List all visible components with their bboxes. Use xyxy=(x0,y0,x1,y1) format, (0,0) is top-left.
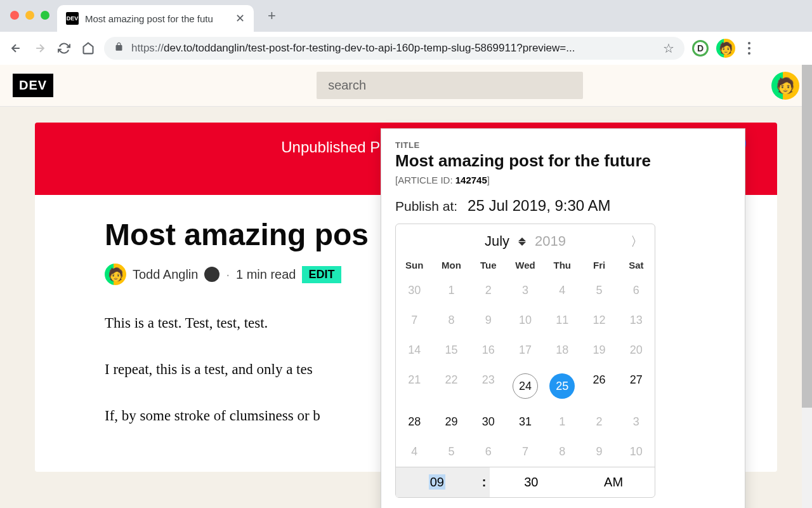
calendar-day[interactable]: 27 xyxy=(618,365,655,407)
browser-toolbar: https://dev.to/toddanglin/test-post-for-… xyxy=(0,32,812,65)
lock-icon xyxy=(114,42,124,55)
maximize-window-button[interactable] xyxy=(41,11,49,20)
minute-input[interactable]: 30 xyxy=(490,467,572,497)
calendar-day[interactable]: 7 xyxy=(507,437,544,467)
scrollbar[interactable] xyxy=(802,65,812,508)
calendar-day[interactable]: 8 xyxy=(433,305,469,335)
calendar-dow: Sat xyxy=(618,255,655,276)
calendar-day[interactable]: 25 xyxy=(544,365,580,407)
calendar-day[interactable]: 13 xyxy=(618,305,655,335)
calendar-day[interactable]: 3 xyxy=(618,407,655,437)
reload-button[interactable] xyxy=(56,40,72,57)
separator: · xyxy=(226,267,230,282)
publish-label: Publish at: xyxy=(395,199,457,214)
scrollbar-thumb[interactable] xyxy=(802,65,812,408)
extension-popup: TITLE Most amazing post for the future [… xyxy=(381,128,745,508)
calendar-year[interactable]: 2019 xyxy=(535,233,566,250)
calendar-day[interactable]: 19 xyxy=(580,335,617,365)
calendar-day[interactable]: 28 xyxy=(396,407,433,437)
hour-input[interactable]: 09 xyxy=(396,467,478,497)
calendar-header: July 2019 〉 xyxy=(396,224,655,255)
calendar-day[interactable]: 17 xyxy=(507,335,544,365)
popup-title-label: TITLE xyxy=(395,140,731,150)
calendar-day[interactable]: 14 xyxy=(396,335,433,365)
calendar-month[interactable]: July xyxy=(485,233,509,250)
calendar-day[interactable]: 26 xyxy=(580,365,617,407)
calendar-dow: Tue xyxy=(470,255,507,276)
calendar-day[interactable]: 3 xyxy=(507,276,544,305)
site-header: DEV search 🧑 xyxy=(0,65,812,107)
calendar-day[interactable]: 4 xyxy=(544,276,580,305)
github-icon[interactable] xyxy=(204,267,219,282)
calendar-day[interactable]: 21 xyxy=(396,365,433,407)
calendar-day[interactable]: 16 xyxy=(470,335,507,365)
calendar-day[interactable]: 18 xyxy=(544,335,580,365)
close-tab-button[interactable]: ✕ xyxy=(235,11,245,25)
browser-tab[interactable]: DEV Most amazing post for the futu ✕ xyxy=(57,5,254,32)
author-name[interactable]: Todd Anglin xyxy=(133,267,198,282)
minimize-window-button[interactable] xyxy=(25,11,34,20)
bookmark-star-icon[interactable]: ☆ xyxy=(663,41,674,56)
dev-logo[interactable]: DEV xyxy=(13,74,53,97)
browser-menu-button[interactable] xyxy=(743,42,756,55)
popup-title: Most amazing post for the future xyxy=(395,151,731,171)
calendar-day[interactable]: 24 xyxy=(507,365,544,407)
calendar-day[interactable]: 8 xyxy=(544,437,580,467)
new-tab-button[interactable]: + xyxy=(268,8,276,24)
time-colon: : xyxy=(478,467,490,497)
calendar-day[interactable]: 11 xyxy=(544,305,580,335)
calendar-day[interactable]: 30 xyxy=(470,407,507,437)
calendar-day[interactable]: 9 xyxy=(580,437,617,467)
profile-avatar[interactable]: 🧑 xyxy=(716,39,735,58)
calendar-dow: Mon xyxy=(433,255,469,276)
calendar-day[interactable]: 7 xyxy=(396,305,433,335)
calendar-day[interactable]: 2 xyxy=(470,276,507,305)
calendar-day[interactable]: 2 xyxy=(580,407,617,437)
calendar-grid: SunMonTueWedThuFriSat3012345678910111213… xyxy=(396,255,655,467)
calendar-day[interactable]: 31 xyxy=(507,407,544,437)
page-content: DEV search 🧑 4 Unpublished Post. This UR… xyxy=(0,65,812,508)
calendar-day[interactable]: 5 xyxy=(433,437,469,467)
time-picker: 09 : 30 AM xyxy=(396,467,655,497)
calendar-day[interactable]: 6 xyxy=(470,437,507,467)
next-month-button[interactable]: 〉 xyxy=(631,233,643,250)
ampm-toggle[interactable]: AM xyxy=(572,467,655,497)
calendar-day[interactable]: 1 xyxy=(433,276,469,305)
calendar-day[interactable]: 6 xyxy=(618,276,655,305)
favicon: DEV xyxy=(66,12,79,25)
calendar-day[interactable]: 22 xyxy=(433,365,469,407)
calendar-dow: Wed xyxy=(507,255,544,276)
publish-row: Publish at: 25 Jul 2019, 9:30 AM xyxy=(395,197,731,215)
calendar-dow: Fri xyxy=(580,255,617,276)
close-window-button[interactable] xyxy=(10,11,19,20)
forward-button[interactable] xyxy=(32,40,48,57)
calendar-day[interactable]: 10 xyxy=(507,305,544,335)
extension-icon[interactable]: D xyxy=(692,40,709,57)
calendar-day[interactable]: 1 xyxy=(544,407,580,437)
calendar-day[interactable]: 23 xyxy=(470,365,507,407)
browser-chrome: DEV Most amazing post for the futu ✕ + h… xyxy=(0,0,812,65)
calendar-day[interactable]: 4 xyxy=(396,437,433,467)
calendar-day[interactable]: 29 xyxy=(433,407,469,437)
read-time: 1 min read xyxy=(236,267,296,282)
month-spinner-icon[interactable] xyxy=(518,237,526,246)
url-text: https://dev.to/toddanglin/test-post-for-… xyxy=(131,42,655,55)
calendar-day[interactable]: 9 xyxy=(470,305,507,335)
home-button[interactable] xyxy=(80,40,96,57)
date-picker: July 2019 〉 SunMonTueWedThuFriSat3012345… xyxy=(395,224,655,498)
calendar-day[interactable]: 20 xyxy=(618,335,655,365)
calendar-dow: Thu xyxy=(544,255,580,276)
tab-title: Most amazing post for the futu xyxy=(85,13,229,24)
edit-button[interactable]: EDIT xyxy=(302,266,341,283)
search-input[interactable]: search xyxy=(317,72,583,99)
calendar-day[interactable]: 30 xyxy=(396,276,433,305)
author-avatar[interactable]: 🧑 xyxy=(105,264,126,285)
address-bar[interactable]: https://dev.to/toddanglin/test-post-for-… xyxy=(104,37,684,60)
calendar-day[interactable]: 5 xyxy=(580,276,617,305)
calendar-day[interactable]: 15 xyxy=(433,335,469,365)
window-controls xyxy=(10,11,49,20)
user-avatar[interactable]: 🧑 xyxy=(771,72,799,100)
calendar-day[interactable]: 12 xyxy=(580,305,617,335)
back-button[interactable] xyxy=(8,40,24,57)
calendar-day[interactable]: 10 xyxy=(618,437,655,467)
